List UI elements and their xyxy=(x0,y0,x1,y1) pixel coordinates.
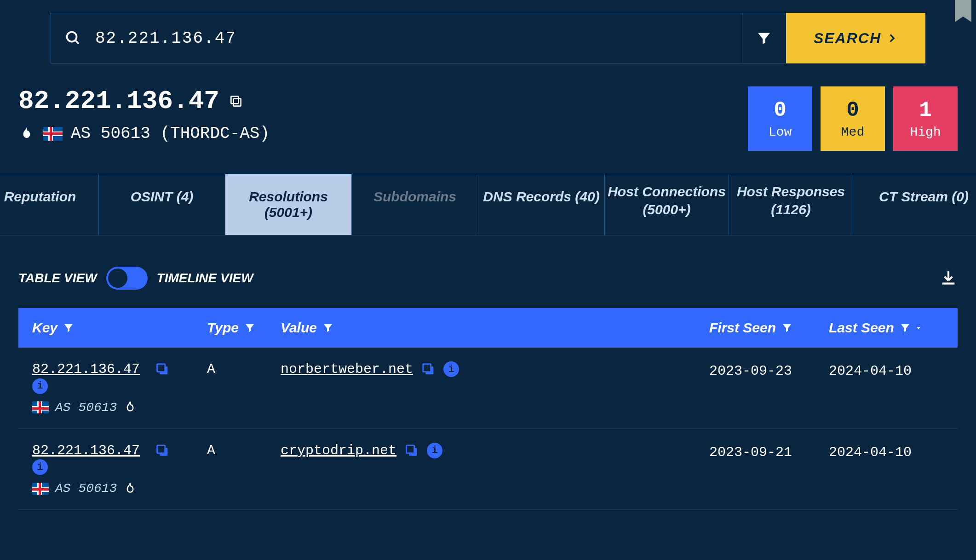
search-input-wrap xyxy=(51,13,742,63)
chevron-right-icon xyxy=(886,32,898,44)
download-icon[interactable] xyxy=(939,269,958,287)
last-seen-cell: 2024-04-10 xyxy=(829,443,944,462)
filter-icon xyxy=(781,322,792,333)
page-title: 82.221.136.47 xyxy=(18,86,270,116)
first-seen-cell: 2023-09-21 xyxy=(709,443,829,462)
copy-icon[interactable] xyxy=(420,361,436,377)
col-value[interactable]: Value xyxy=(281,320,709,336)
tab-osint[interactable]: OSINT (4) xyxy=(99,174,225,235)
filter-icon xyxy=(244,322,255,333)
score-high-count: 1 xyxy=(919,98,932,122)
tab-host-responses[interactable]: Host Responses (1126) xyxy=(729,174,853,235)
tab-host-connections[interactable]: Host Connections (5000+) xyxy=(605,174,729,235)
search-icon xyxy=(65,30,81,46)
copy-icon[interactable] xyxy=(155,361,170,377)
svg-rect-5 xyxy=(157,364,165,372)
copy-icon[interactable] xyxy=(155,443,170,458)
score-card-med[interactable]: 0 Med xyxy=(821,86,885,151)
col-key[interactable]: Key xyxy=(32,320,207,336)
tab-resolutions[interactable]: Resolutions (5001+) xyxy=(225,174,352,235)
flag-iceland-icon xyxy=(43,127,63,141)
tabs: Reputation OSINT (4) Resolutions (5001+)… xyxy=(0,174,976,235)
timeline-view-label: TIMELINE VIEW xyxy=(157,271,253,286)
score-med-label: Med xyxy=(841,125,864,139)
filter-icon xyxy=(322,322,333,333)
tab-dns[interactable]: DNS Records (40) xyxy=(478,174,605,235)
search-filter-button[interactable] xyxy=(742,13,786,63)
svg-rect-2 xyxy=(234,99,241,106)
svg-point-0 xyxy=(67,32,77,42)
flame-icon xyxy=(123,482,137,496)
flame-icon xyxy=(123,400,137,414)
subtitle: AS 50613 (THORDC-AS) xyxy=(18,124,270,143)
key-link[interactable]: 82.221.136.47 xyxy=(32,361,140,377)
search-button-label: SEARCH xyxy=(814,30,881,47)
svg-rect-7 xyxy=(423,364,431,372)
copy-icon[interactable] xyxy=(404,443,419,458)
first-seen-cell: 2023-09-23 xyxy=(709,361,829,381)
col-type[interactable]: Type xyxy=(207,320,281,336)
col-last-seen[interactable]: Last Seen xyxy=(829,320,944,336)
score-high-label: High xyxy=(910,125,941,139)
tab-ct-stream[interactable]: CT Stream (0) xyxy=(853,174,976,235)
svg-line-1 xyxy=(75,40,79,44)
asn-text: AS 50613 xyxy=(55,400,117,415)
tab-reputation[interactable]: Reputation xyxy=(0,174,99,235)
col-first-seen[interactable]: First Seen xyxy=(709,320,829,336)
score-low-count: 0 xyxy=(774,98,787,122)
search-button[interactable]: SEARCH xyxy=(786,13,925,63)
filter-icon xyxy=(63,322,74,333)
value-link[interactable]: cryptodrip.net xyxy=(281,443,396,458)
flag-iceland-icon xyxy=(32,483,49,495)
score-card-low[interactable]: 0 Low xyxy=(748,86,812,151)
score-cards: 0 Low 0 Med 1 High xyxy=(748,86,958,151)
resolutions-table: Key Type Value First Seen Last Seen 82.2… xyxy=(18,308,958,510)
table-row: 82.221.136.47 i AS 50613 A norbertweber.… xyxy=(18,348,958,429)
info-icon[interactable]: i xyxy=(443,361,459,377)
key-link[interactable]: 82.221.136.47 xyxy=(32,443,140,458)
table-view-label: TABLE VIEW xyxy=(18,271,97,286)
info-icon[interactable]: i xyxy=(32,459,48,475)
type-cell: A xyxy=(207,361,281,377)
value-link[interactable]: norbertweber.net xyxy=(281,361,413,377)
last-seen-cell: 2024-04-10 xyxy=(829,361,944,381)
table-header: Key Type Value First Seen Last Seen xyxy=(18,308,958,348)
copy-icon[interactable] xyxy=(229,94,243,109)
page-title-text: 82.221.136.47 xyxy=(18,86,219,116)
flame-icon xyxy=(18,126,35,142)
info-icon[interactable]: i xyxy=(427,443,442,458)
funnel-icon xyxy=(756,30,772,46)
table-row: 82.221.136.47 i AS 50613 A cryptodrip.ne… xyxy=(18,429,958,510)
asn-text: AS 50613 (THORDC-AS) xyxy=(71,124,270,143)
sort-desc-icon xyxy=(914,324,923,332)
view-toggle-switch[interactable] xyxy=(106,267,148,290)
svg-rect-3 xyxy=(231,96,238,103)
asn-text: AS 50613 xyxy=(55,481,117,496)
filter-icon xyxy=(900,322,911,333)
score-card-high[interactable]: 1 High xyxy=(893,86,958,151)
type-cell: A xyxy=(207,443,281,458)
flag-iceland-icon xyxy=(32,401,49,413)
search-bar: SEARCH xyxy=(51,13,925,63)
score-low-label: Low xyxy=(769,125,792,139)
svg-rect-9 xyxy=(157,445,165,453)
view-toggle: TABLE VIEW TIMELINE VIEW xyxy=(18,267,253,290)
search-input[interactable] xyxy=(95,29,728,48)
tab-subdomains[interactable]: Subdomains xyxy=(352,174,478,235)
info-icon[interactable]: i xyxy=(32,378,48,394)
svg-rect-11 xyxy=(407,445,414,453)
score-med-count: 0 xyxy=(846,98,859,122)
